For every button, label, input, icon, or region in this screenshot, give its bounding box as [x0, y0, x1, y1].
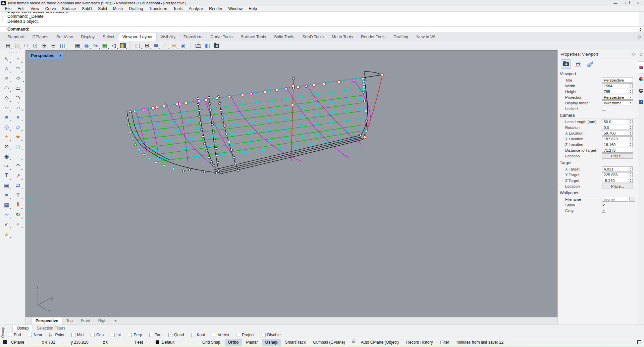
control-point[interactable] [215, 147, 217, 149]
menu-surface[interactable]: Surface [59, 6, 79, 11]
spinner-arrows[interactable]: ▲▼ [628, 178, 633, 183]
osnap-option-mid[interactable]: Mid [71, 333, 84, 337]
control-point[interactable] [131, 138, 133, 140]
spinner-arrows[interactable]: ▲▼ [628, 119, 633, 124]
control-point[interactable] [216, 155, 218, 157]
osnap-option-tan[interactable]: Tan [149, 333, 161, 337]
layer-color-swatch[interactable] [156, 340, 159, 344]
control-point[interactable] [197, 98, 199, 100]
help-tab-icon[interactable]: ? [638, 96, 644, 107]
tab-mesh-tools[interactable]: Mesh Tools [328, 33, 357, 41]
property-field[interactable]: Perspective [602, 78, 633, 83]
two-point-perspective-icon[interactable]: ²● [92, 42, 100, 50]
control-point[interactable] [323, 83, 326, 85]
checkbox-perp[interactable] [128, 333, 132, 337]
continue-curve-icon[interactable]: ◠ [13, 161, 23, 170]
checkbox-project[interactable] [236, 333, 240, 337]
control-point[interactable] [338, 81, 340, 83]
property-field[interactable]: 18.169 [602, 142, 628, 147]
tab-drafting[interactable]: Drafting [389, 33, 412, 41]
osnap-option-cen[interactable]: Cen [91, 333, 104, 337]
surface-patch-icon[interactable]: ▱ [13, 122, 23, 132]
tab-set-view[interactable]: Set View [52, 33, 77, 41]
control-point[interactable] [224, 125, 226, 127]
text-icon[interactable]: T [2, 171, 11, 180]
polyline-icon[interactable]: △ [2, 64, 11, 73]
restore-button[interactable] [621, 0, 633, 6]
control-point[interactable] [155, 106, 158, 109]
box-icon[interactable]: ■ [2, 112, 11, 122]
new-viewport-tab-icon[interactable]: + [112, 317, 120, 325]
control-point[interactable] [292, 85, 294, 87]
control-point[interactable] [129, 111, 131, 113]
control-point[interactable] [185, 102, 187, 104]
osnap-option-quad[interactable]: Quad [168, 333, 184, 337]
control-point[interactable] [201, 129, 203, 131]
print-icon[interactable] [194, 42, 202, 50]
control-point[interactable] [285, 88, 287, 90]
status-toggle-smarttrack[interactable]: SmartTrack [282, 339, 309, 346]
toolbar-grip[interactable] [0, 52, 25, 53]
menu-solid[interactable]: Solid [95, 6, 110, 11]
pointer-icon[interactable]: ↖ [2, 54, 11, 63]
control-point[interactable] [199, 115, 201, 117]
viewport-single-icon[interactable]: □ [22, 42, 30, 50]
control-point[interactable] [235, 163, 237, 165]
control-point[interactable] [197, 103, 199, 105]
control-point[interactable] [134, 110, 136, 112]
split-vertical-icon[interactable]: ◫ [58, 42, 66, 50]
property-field[interactable]: -5.270 [602, 178, 628, 183]
close-button[interactable]: × [633, 0, 644, 6]
explode-icon[interactable]: ★ [13, 132, 23, 141]
torus-icon[interactable]: ◎ [2, 122, 11, 132]
tab-visibility[interactable]: Visibility [156, 33, 179, 41]
sphere-icon[interactable]: ● [13, 112, 23, 122]
gear-icon[interactable]: ⚙ [639, 52, 643, 57]
property-field[interactable]: 59.700 [602, 131, 628, 136]
control-point[interactable] [217, 161, 219, 163]
tab-viewport-layout[interactable]: Viewport Layout [118, 33, 156, 41]
extrude-icon[interactable]: ⇈ [13, 190, 23, 200]
control-point[interactable] [218, 170, 220, 172]
viewport-title[interactable]: Perspective [29, 53, 57, 59]
menu-analyze[interactable]: Analyze [186, 6, 206, 11]
properties-tab-icon[interactable] [638, 62, 644, 73]
control-point[interactable] [233, 156, 235, 158]
control-point[interactable] [362, 91, 364, 93]
viewport-tab-top[interactable]: Top [62, 317, 76, 325]
checkbox-end[interactable] [8, 333, 12, 337]
control-point[interactable] [366, 120, 368, 122]
control-point[interactable] [275, 89, 278, 92]
tab-display[interactable]: Display [77, 33, 99, 41]
menu-tools[interactable]: Tools [170, 6, 186, 11]
control-point[interactable] [172, 168, 174, 170]
spinner-arrows[interactable]: ▲▼ [628, 136, 633, 141]
spinner-arrows[interactable]: ▲▼ [628, 142, 633, 147]
control-point[interactable] [127, 124, 129, 126]
tab-new-in-v8[interactable]: New in V8 [412, 33, 439, 41]
checkbox-int[interactable] [111, 333, 115, 337]
menu-file[interactable]: File [2, 6, 14, 11]
tab-select[interactable]: Select [99, 33, 118, 41]
tab-subd-tools[interactable]: SubD Tools [298, 33, 328, 41]
array-rect-icon[interactable]: ▦ [2, 200, 11, 209]
control-point[interactable] [176, 103, 178, 106]
control-point[interactable] [182, 170, 184, 172]
osnap-tab-osnap[interactable]: Osnap [13, 325, 33, 332]
control-point[interactable] [218, 96, 220, 98]
property-dropdown[interactable]: Wireframe▾ [602, 100, 633, 105]
viewport-layout-icon[interactable]: ⊞ [143, 42, 151, 50]
control-point[interactable] [364, 100, 366, 102]
control-point[interactable] [360, 134, 362, 136]
viewport-tab-perspective[interactable]: Perspective [32, 317, 62, 325]
spinner-arrows[interactable]: ▲▼ [628, 83, 633, 88]
osnap-option-point[interactable]: ✓Point [49, 333, 64, 337]
check-distance-icon[interactable]: ✓ [2, 219, 11, 229]
osnap-option-disable[interactable]: Disable [262, 333, 281, 337]
perspective-viewport[interactable]: Perspective ▼ [25, 50, 557, 317]
dimension-pyramid-icon[interactable]: ▲ [2, 229, 11, 239]
property-checkbox[interactable] [602, 107, 606, 111]
control-point[interactable] [135, 144, 137, 146]
join-icon[interactable]: + [2, 132, 11, 141]
menu-window[interactable]: Window [225, 6, 246, 11]
